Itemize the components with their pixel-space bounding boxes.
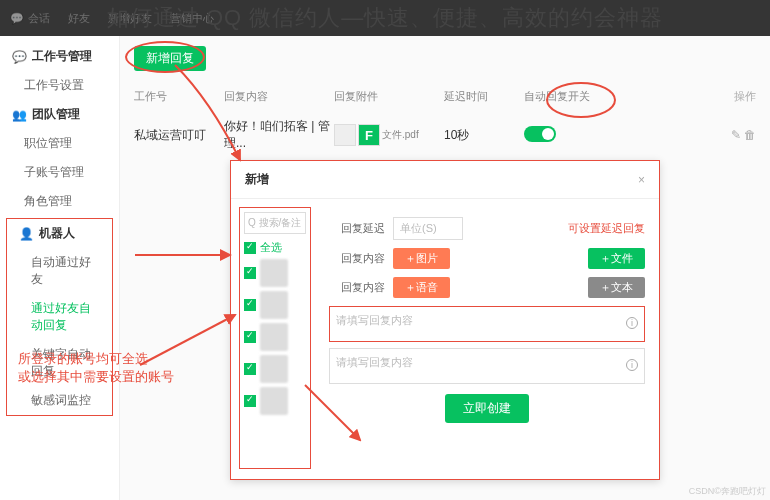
- account-item[interactable]: [244, 387, 306, 415]
- sidebar-item-auto-reply[interactable]: 通过好友自动回复: [7, 294, 112, 340]
- account-item[interactable]: [244, 323, 306, 351]
- checkbox-icon[interactable]: [244, 363, 256, 375]
- reply-textarea[interactable]: 请填写回复内容i: [329, 348, 645, 384]
- annotation-text: 所登录的账号均可全选 或选择其中需要设置的账号: [18, 350, 174, 386]
- cell-ops: ✎ 🗑: [624, 128, 756, 142]
- account-column: Q 搜索/备注 全选: [239, 207, 311, 469]
- th-work: 工作号: [134, 89, 224, 104]
- th-content: 回复内容: [224, 89, 334, 104]
- avatar: [260, 355, 288, 383]
- avatar: [260, 291, 288, 319]
- cell-work: 私域运营叮叮: [134, 127, 224, 144]
- nav-item[interactable]: 好友: [68, 11, 90, 26]
- file-name: 文件.pdf: [382, 128, 419, 142]
- sidebar-item-subaccount[interactable]: 子账号管理: [0, 158, 119, 187]
- table-header: 工作号 回复内容 回复附件 延迟时间 自动回复开关 操作: [134, 89, 756, 104]
- nav-item[interactable]: 💬 会话: [10, 11, 50, 26]
- sidebar-group-robot: 👤 机器人: [7, 219, 112, 248]
- top-nav: 💬 会话 好友 新增好友 营销中心: [0, 0, 770, 36]
- nav-item[interactable]: 营销中心: [170, 11, 214, 26]
- account-item[interactable]: [244, 259, 306, 287]
- add-voice-button[interactable]: ＋语音: [393, 277, 450, 298]
- th-attach: 回复附件: [334, 89, 444, 104]
- select-all-row[interactable]: 全选: [244, 240, 306, 255]
- sidebar-item-sensitive[interactable]: 敏感词监控: [7, 386, 112, 415]
- sidebar-group-work: 💬 工作号管理: [0, 42, 119, 71]
- cell-attach: F 文件.pdf: [334, 124, 444, 146]
- sidebar: 💬 工作号管理 工作号设置 👥 团队管理 职位管理 子账号管理 角色管理 👤 机…: [0, 36, 120, 500]
- avatar: [260, 259, 288, 287]
- sidebar-item-auto-accept[interactable]: 自动通过好友: [7, 248, 112, 294]
- reply-textarea[interactable]: 请填写回复内容i: [329, 306, 645, 342]
- delay-label: 回复延迟: [329, 221, 385, 236]
- cell-content: 你好！咱们拓客 | 管理...: [224, 118, 334, 152]
- delay-input[interactable]: 单位(S): [393, 217, 463, 240]
- table-row: 私域运营叮叮 你好！咱们拓客 | 管理... F 文件.pdf 10秒 ✎ 🗑: [134, 118, 756, 152]
- search-input[interactable]: Q 搜索/备注: [244, 212, 306, 234]
- avatar: [260, 387, 288, 415]
- account-item[interactable]: [244, 355, 306, 383]
- sidebar-group-team: 👥 团队管理: [0, 100, 119, 129]
- watermark: CSDN©奔跑吧灯灯: [689, 485, 766, 498]
- annotation-circle: [546, 82, 616, 118]
- info-icon[interactable]: i: [626, 359, 638, 371]
- nav-item[interactable]: 新增好友: [108, 11, 152, 26]
- sidebar-item-work-settings[interactable]: 工作号设置: [0, 71, 119, 100]
- form-column: 回复延迟 单位(S) 可设置延迟回复 回复内容 ＋图片 ＋文件 回复内容 ＋语音…: [315, 199, 659, 477]
- checkbox-icon[interactable]: [244, 331, 256, 343]
- content-label: 回复内容: [329, 280, 385, 295]
- info-icon[interactable]: i: [626, 317, 638, 329]
- file-thumb: [334, 124, 356, 146]
- checkbox-icon[interactable]: [244, 395, 256, 407]
- cell-delay: 10秒: [444, 127, 524, 144]
- add-file-button[interactable]: ＋文件: [588, 248, 645, 269]
- modal-title: 新增: [245, 171, 269, 188]
- cell-switch: [524, 126, 624, 145]
- add-image-button[interactable]: ＋图片: [393, 248, 450, 269]
- annotation-circle: [125, 41, 205, 73]
- account-item[interactable]: [244, 291, 306, 319]
- checkbox-icon[interactable]: [244, 242, 256, 254]
- file-icon: F: [358, 124, 380, 146]
- close-icon[interactable]: ×: [638, 173, 645, 187]
- avatar: [260, 323, 288, 351]
- content-label: 回复内容: [329, 251, 385, 266]
- delay-note: 可设置延迟回复: [568, 221, 645, 236]
- create-button[interactable]: 立即创建: [445, 394, 529, 423]
- checkbox-icon[interactable]: [244, 299, 256, 311]
- th-delay: 延迟时间: [444, 89, 524, 104]
- sidebar-item-role[interactable]: 角色管理: [0, 187, 119, 216]
- new-reply-modal: 新增 × Q 搜索/备注 全选 回复延迟 单位(S) 可设置延迟回复 回复内容 …: [230, 160, 660, 480]
- auto-reply-toggle[interactable]: [524, 126, 556, 142]
- checkbox-icon[interactable]: [244, 267, 256, 279]
- th-ops: 操作: [624, 89, 756, 104]
- sidebar-item-position[interactable]: 职位管理: [0, 129, 119, 158]
- add-text-button[interactable]: ＋文本: [588, 277, 645, 298]
